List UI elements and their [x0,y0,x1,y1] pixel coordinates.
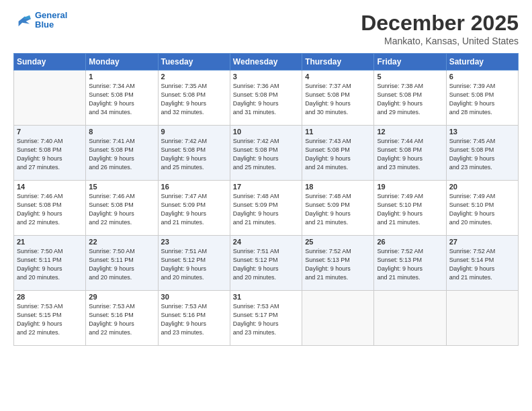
day-number: 1 [89,73,154,81]
day-number: 31 [233,293,299,301]
day-number: 27 [449,238,515,246]
logo-text: General Blue [35,11,67,30]
day-number: 6 [449,73,515,81]
day-cell: 27Sunrise: 7:52 AMSunset: 5:14 PMDayligh… [446,236,518,291]
month-title: December 2025 [361,11,519,36]
day-info: Sunrise: 7:53 AMSunset: 5:16 PMDaylight:… [161,302,227,337]
day-info: Sunrise: 7:49 AMSunset: 5:10 PMDaylight:… [449,192,515,227]
day-info: Sunrise: 7:44 AMSunset: 5:08 PMDaylight:… [377,137,443,172]
day-info: Sunrise: 7:37 AMSunset: 5:08 PMDaylight:… [305,82,371,117]
day-cell: 7Sunrise: 7:40 AMSunset: 5:08 PMDaylight… [14,126,86,181]
col-header-tuesday: Tuesday [158,54,230,71]
day-info: Sunrise: 7:40 AMSunset: 5:08 PMDaylight:… [17,137,83,172]
day-number: 24 [233,238,299,246]
day-info: Sunrise: 7:47 AMSunset: 5:09 PMDaylight:… [161,192,227,227]
day-number: 22 [89,238,154,246]
day-number: 15 [89,183,154,191]
day-cell: 28Sunrise: 7:53 AMSunset: 5:15 PMDayligh… [14,291,86,346]
day-number: 10 [233,128,299,136]
col-header-saturday: Saturday [446,54,518,71]
day-cell: 19Sunrise: 7:49 AMSunset: 5:10 PMDayligh… [374,181,446,236]
week-row-3: 14Sunrise: 7:46 AMSunset: 5:08 PMDayligh… [14,181,519,236]
col-header-friday: Friday [374,54,446,71]
day-info: Sunrise: 7:43 AMSunset: 5:08 PMDaylight:… [305,137,371,172]
day-info: Sunrise: 7:45 AMSunset: 5:08 PMDaylight:… [449,137,515,172]
day-cell: 17Sunrise: 7:48 AMSunset: 5:09 PMDayligh… [230,181,302,236]
day-number: 7 [17,128,83,136]
calendar-header-row: SundayMondayTuesdayWednesdayThursdayFrid… [14,54,519,71]
day-info: Sunrise: 7:38 AMSunset: 5:08 PMDaylight:… [377,82,443,117]
day-info: Sunrise: 7:52 AMSunset: 5:13 PMDaylight:… [377,247,443,282]
day-number: 17 [233,183,299,191]
day-info: Sunrise: 7:50 AMSunset: 5:11 PMDaylight:… [17,247,83,282]
col-header-wednesday: Wednesday [230,54,302,71]
header: General Blue December 2025 Mankato, Kans… [13,11,519,46]
day-cell: 3Sunrise: 7:36 AMSunset: 5:08 PMDaylight… [230,71,302,126]
day-cell: 14Sunrise: 7:46 AMSunset: 5:08 PMDayligh… [14,181,86,236]
day-cell: 4Sunrise: 7:37 AMSunset: 5:08 PMDaylight… [302,71,374,126]
day-info: Sunrise: 7:52 AMSunset: 5:13 PMDaylight:… [305,247,371,282]
day-cell: 23Sunrise: 7:51 AMSunset: 5:12 PMDayligh… [158,236,230,291]
day-cell: 25Sunrise: 7:52 AMSunset: 5:13 PMDayligh… [302,236,374,291]
title-block: December 2025 Mankato, Kansas, United St… [361,11,519,46]
day-cell: 26Sunrise: 7:52 AMSunset: 5:13 PMDayligh… [374,236,446,291]
day-info: Sunrise: 7:46 AMSunset: 5:08 PMDaylight:… [89,192,154,227]
day-info: Sunrise: 7:42 AMSunset: 5:08 PMDaylight:… [233,137,299,172]
day-number: 14 [17,183,83,191]
day-cell: 2Sunrise: 7:35 AMSunset: 5:08 PMDaylight… [158,71,230,126]
day-cell: 20Sunrise: 7:49 AMSunset: 5:10 PMDayligh… [446,181,518,236]
day-info: Sunrise: 7:39 AMSunset: 5:08 PMDaylight:… [449,82,515,117]
day-cell: 1Sunrise: 7:34 AMSunset: 5:08 PMDaylight… [86,71,158,126]
week-row-5: 28Sunrise: 7:53 AMSunset: 5:15 PMDayligh… [14,291,519,346]
week-row-4: 21Sunrise: 7:50 AMSunset: 5:11 PMDayligh… [14,236,519,291]
day-info: Sunrise: 7:51 AMSunset: 5:12 PMDaylight:… [161,247,227,282]
day-number: 29 [89,293,154,301]
logo: General Blue [13,11,67,30]
day-number: 2 [161,73,227,81]
day-number: 3 [233,73,299,81]
col-header-monday: Monday [86,54,158,71]
week-row-2: 7Sunrise: 7:40 AMSunset: 5:08 PMDaylight… [14,126,519,181]
day-number: 4 [305,73,371,81]
day-number: 9 [161,128,227,136]
day-cell: 6Sunrise: 7:39 AMSunset: 5:08 PMDaylight… [446,71,518,126]
day-cell: 30Sunrise: 7:53 AMSunset: 5:16 PMDayligh… [158,291,230,346]
day-cell: 9Sunrise: 7:42 AMSunset: 5:08 PMDaylight… [158,126,230,181]
day-number: 30 [161,293,227,301]
day-info: Sunrise: 7:48 AMSunset: 5:09 PMDaylight:… [305,192,371,227]
day-number: 18 [305,183,371,191]
calendar-table: SundayMondayTuesdayWednesdayThursdayFrid… [13,53,519,346]
day-number: 26 [377,238,443,246]
day-info: Sunrise: 7:53 AMSunset: 5:16 PMDaylight:… [89,302,154,337]
day-number: 25 [305,238,371,246]
col-header-thursday: Thursday [302,54,374,71]
day-info: Sunrise: 7:36 AMSunset: 5:08 PMDaylight:… [233,82,299,117]
day-cell [374,291,446,346]
day-cell: 5Sunrise: 7:38 AMSunset: 5:08 PMDaylight… [374,71,446,126]
day-info: Sunrise: 7:41 AMSunset: 5:08 PMDaylight:… [89,137,154,172]
day-cell: 10Sunrise: 7:42 AMSunset: 5:08 PMDayligh… [230,126,302,181]
day-cell: 8Sunrise: 7:41 AMSunset: 5:08 PMDaylight… [86,126,158,181]
day-info: Sunrise: 7:35 AMSunset: 5:08 PMDaylight:… [161,82,227,117]
day-info: Sunrise: 7:48 AMSunset: 5:09 PMDaylight:… [233,192,299,227]
day-number: 16 [161,183,227,191]
day-cell: 13Sunrise: 7:45 AMSunset: 5:08 PMDayligh… [446,126,518,181]
day-info: Sunrise: 7:52 AMSunset: 5:14 PMDaylight:… [449,247,515,282]
logo-line2: Blue [35,20,67,30]
day-cell: 22Sunrise: 7:50 AMSunset: 5:11 PMDayligh… [86,236,158,291]
day-number: 13 [449,128,515,136]
page-container: General Blue December 2025 Mankato, Kans… [0,0,532,353]
day-cell: 24Sunrise: 7:51 AMSunset: 5:12 PMDayligh… [230,236,302,291]
logo-line1: General [35,11,67,20]
col-header-sunday: Sunday [14,54,86,71]
day-number: 11 [305,128,371,136]
day-number: 28 [17,293,83,301]
day-info: Sunrise: 7:49 AMSunset: 5:10 PMDaylight:… [377,192,443,227]
day-info: Sunrise: 7:50 AMSunset: 5:11 PMDaylight:… [89,247,154,282]
day-number: 19 [377,183,443,191]
day-info: Sunrise: 7:53 AMSunset: 5:15 PMDaylight:… [17,302,83,337]
day-info: Sunrise: 7:51 AMSunset: 5:12 PMDaylight:… [233,247,299,282]
day-info: Sunrise: 7:34 AMSunset: 5:08 PMDaylight:… [89,82,154,117]
day-cell: 15Sunrise: 7:46 AMSunset: 5:08 PMDayligh… [86,181,158,236]
day-number: 8 [89,128,154,136]
